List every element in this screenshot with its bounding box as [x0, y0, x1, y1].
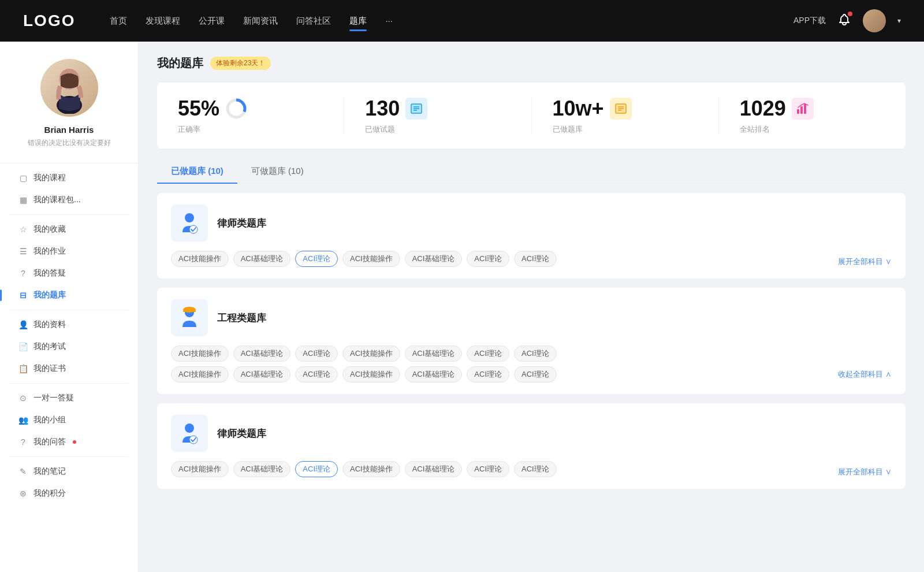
tag[interactable]: ACI理论: [467, 461, 509, 477]
sidebar-item-my-homework[interactable]: ☰ 我的作业: [9, 240, 129, 262]
one-on-one-icon: ⊙: [18, 393, 28, 403]
banks-icon-box: [610, 98, 632, 120]
points-icon: ⊛: [18, 489, 28, 498]
tags-row-law-1: ACI技能操作 ACI基础理论 ACI理论 ACI技能操作 ACI基础理论 AC…: [171, 251, 838, 267]
pie-chart-icon: [225, 98, 247, 120]
nav-links: 首页 发现课程 公开课 新闻资讯 问答社区 题库 ···: [110, 13, 770, 29]
sidebar-item-my-exam[interactable]: 📄 我的考试: [9, 336, 129, 358]
qbank-title-law-1: 律师类题库: [217, 217, 266, 230]
expand-link-law-1[interactable]: 展开全部科目 ∨: [838, 257, 892, 267]
bank-icon: ⊟: [18, 291, 28, 300]
nav-qa[interactable]: 问答社区: [296, 13, 331, 29]
tags-row-eng-1: ACI技能操作 ACI基础理论 ACI理论 ACI技能操作 ACI基础理论 AC…: [171, 346, 892, 362]
package-icon: ▦: [18, 195, 28, 205]
stat-value-rank: 1029: [740, 96, 786, 121]
sidebar-label-my-qa: 我的答疑: [33, 268, 66, 278]
qbank-card-law-2: 律师类题库 ACI技能操作 ACI基础理论 ACI理论 ACI技能操作 ACI基…: [157, 403, 906, 489]
nav-discover[interactable]: 发现课程: [146, 13, 180, 29]
notification-bell[interactable]: [837, 13, 851, 29]
page-title-row: 我的题库 体验剩余23天！: [157, 55, 906, 71]
sidebar-item-my-collect[interactable]: ☆ 我的收藏: [9, 218, 129, 240]
sidebar-label-my-points: 我的积分: [33, 488, 66, 499]
sidebar-item-my-bank[interactable]: ⊟ 我的题库: [9, 284, 129, 306]
nav-open-course[interactable]: 公开课: [199, 13, 225, 29]
user-avatar[interactable]: [863, 9, 886, 32]
homework-icon: ☰: [18, 247, 28, 256]
tag[interactable]: ACI技能操作: [342, 461, 400, 477]
sidebar-item-my-group[interactable]: 👥 我的小组: [9, 409, 129, 431]
tag[interactable]: ACI基础理论: [405, 366, 463, 382]
tag[interactable]: ACI基础理论: [405, 346, 463, 362]
page-title: 我的题库: [157, 55, 203, 71]
page-body: Brian Harris 错误的决定比没有决定要好 ▢ 我的课程 ▦ 我的课程包…: [0, 42, 924, 572]
sidebar-item-my-points[interactable]: ⊛ 我的积分: [9, 482, 129, 504]
stat-correct-rate: 55% 正确率: [157, 96, 344, 135]
sidebar-label-my-course: 我的课程: [33, 173, 66, 183]
nav-home[interactable]: 首页: [110, 13, 127, 29]
stat-label-questions: 已做试题: [365, 124, 395, 135]
stat-value-correct: 55%: [178, 96, 219, 121]
tag[interactable]: ACI基础理论: [233, 461, 291, 477]
sidebar-divider-top: [0, 163, 138, 164]
tag[interactable]: ACI理论: [514, 346, 557, 362]
nav-news[interactable]: 新闻资讯: [243, 13, 278, 29]
tag[interactable]: ACI基础理论: [233, 366, 291, 382]
tag[interactable]: ACI技能操作: [171, 461, 229, 477]
rank-icon-box: [792, 98, 814, 120]
user-motto: 错误的决定比没有决定要好: [28, 138, 111, 148]
qbank-tags-section-law-1: ACI技能操作 ACI基础理论 ACI理论 ACI技能操作 ACI基础理论 AC…: [171, 251, 892, 267]
sidebar-label-my-collect: 我的收藏: [33, 224, 66, 235]
tag[interactable]: ACI理论: [514, 461, 557, 477]
qbank-tags-section-law-2: ACI技能操作 ACI基础理论 ACI理论 ACI技能操作 ACI基础理论 AC…: [171, 461, 892, 477]
tag[interactable]: ACI基础理论: [405, 251, 463, 267]
notification-dot: [848, 12, 852, 16]
stat-label-banks: 已做题库: [553, 124, 583, 135]
avatar-chevron-icon[interactable]: ▾: [897, 17, 901, 25]
sidebar-item-my-notes[interactable]: ✎ 我的笔记: [9, 460, 129, 482]
tags-row-eng-2: ACI技能操作 ACI基础理论 ACI理论 ACI技能操作 ACI基础理论 AC…: [171, 366, 838, 382]
exam-icon: 📄: [18, 342, 28, 351]
logo: LOGO: [23, 12, 75, 30]
sidebar: Brian Harris 错误的决定比没有决定要好 ▢ 我的课程 ▦ 我的课程包…: [0, 42, 139, 572]
sidebar-item-my-cert[interactable]: 📋 我的证书: [9, 358, 129, 380]
sidebar-item-one-on-one[interactable]: ⊙ 一对一答疑: [9, 387, 129, 409]
nav-more[interactable]: ···: [385, 13, 393, 29]
tag-active[interactable]: ACI理论: [295, 461, 338, 477]
tag[interactable]: ACI技能操作: [342, 251, 400, 267]
profile-icon: 👤: [18, 320, 28, 329]
tag-active[interactable]: ACI理论: [295, 251, 338, 267]
collapse-link-eng[interactable]: 收起全部科目 ∧: [838, 369, 892, 380]
tab-available-banks[interactable]: 可做题库 (10): [237, 160, 318, 183]
questions-red-dot: [73, 440, 76, 444]
tag[interactable]: ACI理论: [467, 366, 509, 382]
tag[interactable]: ACI理论: [467, 346, 509, 362]
sidebar-divider-3: [9, 383, 129, 384]
sidebar-item-my-qa[interactable]: ? 我的答疑: [9, 262, 129, 284]
tag[interactable]: ACI理论: [295, 346, 338, 362]
expand-link-law-2[interactable]: 展开全部科目 ∨: [838, 467, 892, 477]
trial-badge: 体验剩余23天！: [210, 57, 271, 70]
svg-point-18: [185, 213, 194, 222]
tab-done-banks[interactable]: 已做题库 (10): [157, 160, 237, 183]
tag[interactable]: ACI基础理论: [233, 251, 291, 267]
tag[interactable]: ACI理论: [467, 251, 509, 267]
nav-bank[interactable]: 题库: [349, 13, 367, 29]
tag[interactable]: ACI基础理论: [233, 346, 291, 362]
tag[interactable]: ACI基础理论: [405, 461, 463, 477]
tag[interactable]: ACI技能操作: [342, 366, 400, 382]
qbank-header-eng: 工程类题库: [171, 299, 892, 336]
stat-value-banks: 10w+: [553, 96, 604, 121]
sidebar-item-my-profile[interactable]: 👤 我的资料: [9, 314, 129, 336]
sidebar-item-my-questions[interactable]: ? 我的问答: [9, 431, 129, 453]
tag[interactable]: ACI技能操作: [342, 346, 400, 362]
tag[interactable]: ACI技能操作: [171, 251, 229, 267]
sidebar-item-my-course[interactable]: ▢ 我的课程: [9, 167, 129, 189]
tag[interactable]: ACI技能操作: [171, 346, 229, 362]
sidebar-label-my-bank: 我的题库: [33, 290, 66, 300]
tag[interactable]: ACI技能操作: [171, 366, 229, 382]
tag[interactable]: ACI理论: [295, 366, 338, 382]
sidebar-item-my-package[interactable]: ▦ 我的课程包...: [9, 189, 129, 211]
tag[interactable]: ACI理论: [514, 251, 557, 267]
app-download-link[interactable]: APP下载: [793, 16, 826, 26]
tag[interactable]: ACI理论: [514, 366, 557, 382]
